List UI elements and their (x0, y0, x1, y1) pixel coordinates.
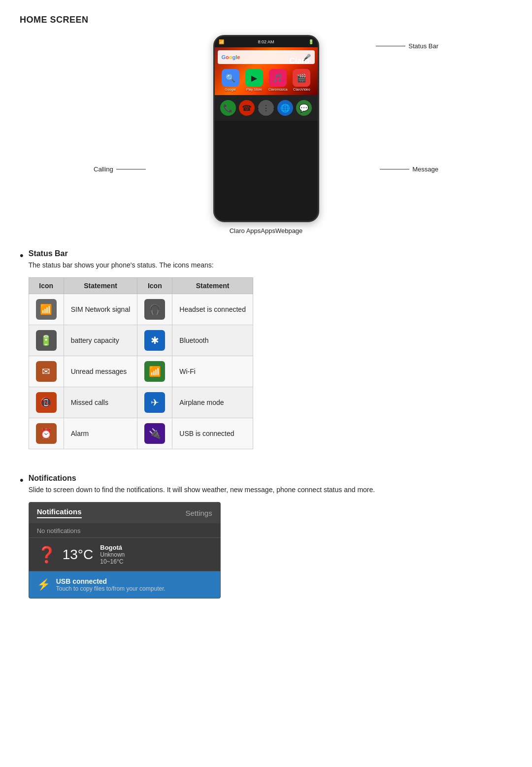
annotation-line (376, 46, 405, 46)
claromusica-app-label: Claromúsica (268, 88, 288, 91)
weather-description: Unknown (100, 551, 125, 558)
weather-range: 10~16°C (100, 558, 125, 565)
google-app-label: Google (225, 88, 236, 91)
table-row: ⏰Alarm🔌USB is connected (29, 418, 253, 449)
status-icon-2: 📶 (144, 361, 165, 382)
page-title: HOME SCREEN (20, 15, 512, 25)
weather-icon: ❓ (37, 545, 57, 564)
table-row: 📵Missed calls✈Airplane mode (29, 387, 253, 418)
app-google[interactable]: 🔍 Google (220, 69, 241, 91)
status-icon-1: 📵 (36, 392, 57, 413)
claromusica-app-icon: 🎵 (269, 69, 287, 87)
google-app-icon: 🔍 (222, 69, 239, 87)
dial-button[interactable]: ☎ (239, 100, 255, 116)
phone-status-bar: 📶 8:02 AM 🔋 (215, 36, 318, 47)
statement-cell-2: Airplane mode (172, 387, 253, 418)
status-icon-2: 🎧 (144, 299, 165, 320)
status-icon-1: ✉ (36, 361, 57, 382)
statement-cell-2: Wi-Fi (172, 356, 253, 387)
calling-annotation-line (116, 169, 146, 169)
status-bar-section: • Status Bar The status bar shows your p… (20, 249, 512, 464)
icon-cell-2: 🎧 (137, 294, 172, 325)
usb-notification: ⚡ USB connected Touch to copy files to/f… (29, 571, 220, 598)
icon-cell-2: ✈ (137, 387, 172, 418)
phone-screen: Google 🎤 Claro· 🔍 Google ▶ (215, 47, 318, 95)
weather-details: Bogotá Unknown 10~16°C (100, 544, 125, 565)
statement-cell-1: Unread messages (64, 356, 137, 387)
icon-cell-1: ⏰ (29, 418, 64, 449)
message-button[interactable]: 💬 (296, 100, 312, 116)
icon-cell-1: 🔋 (29, 325, 64, 356)
apps-button[interactable]: ⋮⋮⋮ (258, 100, 274, 116)
phone-mockup: 📶 8:02 AM 🔋 Google 🎤 Claro· (213, 35, 319, 222)
phone-battery-icon: 🔋 (308, 39, 314, 44)
icon-cell-1: ✉ (29, 356, 64, 387)
status-bar-description: The status bar shows your phone's status… (29, 260, 253, 270)
message-annotation-line (380, 169, 409, 169)
message-annotation: Message (380, 166, 438, 173)
weather-notification: ❓ 13°C Bogotá Unknown 10~16°C (29, 537, 220, 571)
bottom-labels: Claro Apps Apps Webpage (215, 227, 318, 234)
table-row: 🔋battery capacity✱Bluetooth (29, 325, 253, 356)
phone-mockup-container: 📶 8:02 AM 🔋 Google 🎤 Claro· (213, 35, 319, 234)
status-icon-2: ✱ (144, 330, 165, 351)
statement-cell-1: SIM Network signal (64, 294, 137, 325)
notifications-tab[interactable]: Notifications (37, 507, 82, 518)
col-stmt2-header: Statement (172, 278, 253, 294)
col-icon2-header: Icon (137, 278, 172, 294)
clarovideo-app-label: ClaroVideo (293, 88, 310, 91)
status-icon-1: ⏰ (36, 423, 57, 444)
icon-cell-2: ✱ (137, 325, 172, 356)
statement-cell-2: Headset is connected (172, 294, 253, 325)
status-bar-label: Status Bar (408, 42, 438, 50)
status-icon-2: 🔌 (144, 423, 165, 444)
statement-cell-1: battery capacity (64, 325, 137, 356)
claro-apps-label: Claro Apps (230, 227, 261, 234)
google-logo: Google (222, 54, 240, 60)
notifications-bullet: • Notifications Slide to screen down to … (20, 474, 512, 599)
table-row: ✉Unread messages📶Wi-Fi (29, 356, 253, 387)
usb-description: Touch to copy files to/from your compute… (56, 585, 166, 592)
phone-signal-icon: 📶 (219, 39, 224, 44)
apps-label: Apps (261, 227, 275, 234)
app-claro-video[interactable]: 🎬 ClaroVideo (291, 69, 312, 91)
notif-panel-header: Notifications Settings (29, 502, 220, 523)
app-icons-row: 🔍 Google ▶ Play Store 🎵 Claromúsica (215, 67, 318, 93)
status-bar-annotation: Status Bar (376, 42, 438, 50)
usb-icon: ⚡ (37, 578, 50, 591)
notifications-panel: Notifications Settings No notifications … (29, 502, 221, 599)
usb-title: USB connected (56, 577, 166, 585)
weather-city: Bogotá (100, 544, 125, 551)
playstore-app-icon: ▶ (245, 69, 263, 87)
app-claro-musica[interactable]: 🎵 Claromúsica (267, 69, 288, 91)
webpage-button[interactable]: 🌐 (277, 100, 293, 116)
status-bar-bullet: • Status Bar The status bar shows your p… (20, 249, 512, 464)
status-icon-2: ✈ (144, 392, 165, 413)
bullet-icon: • (20, 249, 24, 262)
icon-cell-1: 📵 (29, 387, 64, 418)
status-bar-section-title: Status Bar (29, 249, 253, 258)
no-notifications-text: No notifications (29, 523, 220, 537)
notif-bullet-icon: • (20, 474, 24, 487)
clarovideo-app-icon: 🎬 (293, 69, 310, 87)
settings-tab[interactable]: Settings (186, 509, 212, 517)
status-icons-table: Icon Statement Icon Statement 📶SIM Netwo… (29, 277, 253, 449)
icon-cell-2: 🔌 (137, 418, 172, 449)
usb-text: USB connected Touch to copy files to/fro… (56, 577, 166, 592)
notifications-section: • Notifications Slide to screen down to … (20, 474, 512, 599)
calling-button[interactable]: 📞 (220, 100, 236, 116)
claro-brand-text: Claro· (289, 57, 311, 66)
table-row: 📶SIM Network signal🎧Headset is connected (29, 294, 253, 325)
icon-cell-1: 📶 (29, 294, 64, 325)
col-stmt1-header: Statement (64, 278, 137, 294)
webpage-label: Webpage (275, 227, 302, 234)
statement-cell-1: Alarm (64, 418, 137, 449)
calling-annotation: Calling (94, 166, 146, 173)
status-icon-1: 📶 (36, 299, 57, 320)
app-playstore[interactable]: ▶ Play Store (244, 69, 265, 91)
message-label: Message (412, 166, 438, 173)
phone-time: 8:02 AM (258, 39, 274, 44)
icon-cell-2: 📶 (137, 356, 172, 387)
notifications-description: Slide to screen down to find the notific… (29, 485, 375, 495)
statement-cell-2: Bluetooth (172, 325, 253, 356)
